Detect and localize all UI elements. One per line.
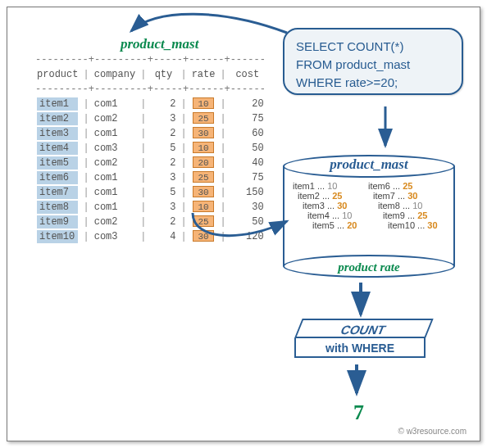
table-row: item5|com2|2|20|40: [34, 156, 267, 170]
count-label: COUNT: [294, 319, 434, 338]
sql-line-2: FROM product_mast: [296, 56, 450, 74]
table-row: item3|com1|2|30|60: [34, 127, 267, 140]
table-row: item9|com2|2|25|50: [34, 215, 267, 229]
col-cost: cost: [228, 68, 267, 81]
col-product: product: [34, 68, 82, 81]
database-cylinder: product_mast item1 ... 10item6 ... 25ite…: [283, 155, 455, 278]
col-rate: rate: [189, 68, 219, 81]
table-row: item2|com2|3|25|75: [34, 112, 267, 125]
cylinder-title: product_mast: [283, 156, 455, 173]
result-value: 7: [353, 400, 364, 425]
diagram-frame: product_mast ---------+---------+-----+-…: [7, 7, 480, 441]
table-row: item6|com1|3|25|75: [34, 171, 267, 184]
table-row: item8|com1|3|10|30: [34, 201, 267, 214]
table-title: product_mast: [121, 36, 198, 52]
table-row: item1|com1|2|10|20: [34, 97, 267, 111]
table-row: item4|com3|5|10|50: [34, 142, 267, 155]
sql-line-3: WHERE rate>=20;: [296, 74, 450, 92]
col-qty: qty: [148, 68, 179, 81]
credit-text: © w3resource.com: [398, 427, 467, 436]
product-table: ---------+---------+-----+------+------ …: [32, 52, 269, 245]
count-where-label: with WHERE: [294, 338, 426, 358]
col-company: company: [91, 68, 139, 81]
sql-query-box: SELECT COUNT(*) FROM product_mast WHERE …: [283, 28, 463, 95]
cylinder-footer: product rate: [283, 260, 455, 274]
cylinder-content: item1 ... 10item6 ... 25item2 ... 25item…: [293, 181, 445, 260]
table-row: item10|com3|4|30|120: [34, 230, 267, 243]
sql-line-1: SELECT COUNT(*): [296, 38, 450, 56]
count-operation-box: COUNT with WHERE: [286, 319, 434, 368]
table-row: item7|com1|5|30|150: [34, 186, 267, 199]
